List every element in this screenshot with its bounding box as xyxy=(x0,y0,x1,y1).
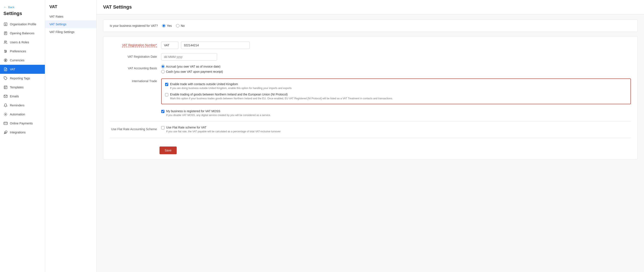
sidebar-item-label: Reminders xyxy=(10,104,24,107)
enable-trade-content: Enable trade with contacts outside Unite… xyxy=(170,82,292,90)
sidebar-item-emails[interactable]: Emails xyxy=(0,92,45,101)
vat-registered-no-option[interactable]: No xyxy=(176,24,184,27)
vat-accounting-basis-controls: Accrual (you owe VAT as of invoice date)… xyxy=(161,65,631,73)
form-divider-2 xyxy=(110,138,631,138)
action-row: Save xyxy=(110,142,631,154)
sidebar-navigation: Organisation Profile Opening Balances Us… xyxy=(0,20,45,137)
flat-rate-option: Use Flat Rate scheme for VAT If you use … xyxy=(161,126,631,133)
sidebar: ← Back Settings Organisation Profile Ope… xyxy=(0,0,45,272)
vat-registered-yes-radio[interactable] xyxy=(162,24,166,27)
sidebar-item-integrations[interactable]: Integrations xyxy=(0,128,45,137)
vat-moss-desc: If you disable VAT MOSS, any digital ser… xyxy=(166,113,271,117)
sidebar-item-label: Currencies xyxy=(10,58,24,62)
vat-icon xyxy=(4,67,8,71)
sidebar-item-templates[interactable]: Templates xyxy=(0,83,45,92)
sidebar-item-label: Emails xyxy=(10,95,19,98)
sidebar-item-automation[interactable]: Automation xyxy=(0,110,45,119)
sidebar-item-label: Reporting Tags xyxy=(10,77,30,80)
sidebar-item-label: VAT xyxy=(10,68,15,71)
vat-reg-number-label-wrap: VAT Registration Number* xyxy=(110,42,157,47)
vat-registered-panel: Is your business registered for VAT? Yes… xyxy=(103,19,638,32)
sidebar-item-users-roles[interactable]: Users & Roles xyxy=(0,38,45,47)
flat-rate-checkbox[interactable] xyxy=(161,126,164,129)
vat-moss-label: My business is registered for VAT MOSS xyxy=(166,109,271,113)
sidebar-item-preferences[interactable]: Preferences xyxy=(0,47,45,56)
sidebar-item-currencies[interactable]: Currencies xyxy=(0,56,45,65)
puzzle-icon xyxy=(4,130,8,134)
vat-number-input[interactable] xyxy=(181,42,250,49)
vat-moss-checkbox[interactable] xyxy=(161,110,164,113)
form-divider xyxy=(110,121,631,121)
sidebar-title: Settings xyxy=(0,10,45,20)
international-trade-label: International Trade xyxy=(132,78,157,83)
sidebar-item-label: Automation xyxy=(10,113,25,116)
page-title: VAT Settings xyxy=(103,4,638,10)
vat-reg-number-label: VAT Registration Number* xyxy=(122,43,157,47)
vat-settings-form: VAT Registration Number* VAT Registratio… xyxy=(103,36,638,160)
enable-ni-protocol-checkbox[interactable] xyxy=(165,93,168,96)
vat-reg-date-input[interactable] xyxy=(161,53,217,60)
sidebar-item-vat[interactable]: VAT xyxy=(0,65,45,74)
enable-ni-protocol-content: Enable trading of goods between Northern… xyxy=(170,93,393,100)
accrual-option[interactable]: Accrual (you owe VAT as of invoice date) xyxy=(161,65,631,68)
flat-rate-checkbox-label: Use Flat Rate scheme for VAT xyxy=(166,126,280,129)
sidebar-item-organisation-profile[interactable]: Organisation Profile xyxy=(0,20,45,29)
mid-nav: VAT VAT Rates VAT Settings VAT Filing Se… xyxy=(45,0,96,272)
action-row-spacer xyxy=(110,147,157,154)
mid-nav-item-vat-rates[interactable]: VAT Rates xyxy=(45,13,96,20)
international-trade-controls: Enable trade with contacts outside Unite… xyxy=(161,78,631,117)
sidebar-item-online-payments[interactable]: Online Payments xyxy=(0,119,45,128)
save-button[interactable]: Save xyxy=(160,147,177,154)
vat-reg-number-row: VAT Registration Number* xyxy=(110,42,631,49)
svg-rect-13 xyxy=(4,86,7,89)
svg-point-7 xyxy=(6,51,7,52)
sidebar-item-reminders[interactable]: Reminders xyxy=(0,101,45,110)
users-icon xyxy=(4,40,8,44)
cash-option[interactable]: Cash (you owe VAT upon payment receipt) xyxy=(161,70,631,73)
vat-reg-date-row: VAT Registration Date xyxy=(110,53,631,60)
international-trade-label-wrap: International Trade xyxy=(110,78,157,83)
template-icon xyxy=(4,85,8,89)
mid-nav-title: VAT xyxy=(45,4,96,13)
cash-radio[interactable] xyxy=(161,70,165,73)
enable-trade-checkbox[interactable] xyxy=(165,83,168,86)
main-header: VAT Settings xyxy=(96,0,644,14)
vat-reg-inputs xyxy=(161,42,631,49)
vat-prefix-input[interactable] xyxy=(161,42,178,49)
vat-registered-no-radio[interactable] xyxy=(176,24,180,27)
enable-trade-label: Enable trade with contacts outside Unite… xyxy=(170,82,292,86)
dollar-icon xyxy=(4,58,8,62)
vat-accounting-basis-row: VAT Accounting Basis Accrual (you owe VA… xyxy=(110,65,631,73)
vat-accounting-basis-label: VAT Accounting Basis xyxy=(128,65,157,70)
sidebar-item-label: Organisation Profile xyxy=(10,22,36,26)
vat-registered-radio-group: Yes No xyxy=(162,24,184,27)
enable-trade-desc: If you are doing business outside United… xyxy=(170,86,292,90)
flat-rate-label: Use Flat Rate Accounting Scheme xyxy=(111,126,157,131)
email-icon xyxy=(4,94,8,98)
vat-reg-date-label-wrap: VAT Registration Date xyxy=(110,53,157,58)
international-trade-box: Enable trade with contacts outside Unite… xyxy=(161,78,631,104)
sidebar-item-opening-balances[interactable]: Opening Balances xyxy=(0,29,45,38)
enable-ni-protocol-label: Enable trading of goods between Northern… xyxy=(170,93,393,96)
calculator-icon xyxy=(4,31,8,35)
back-link[interactable]: ← Back xyxy=(0,3,45,10)
sidebar-item-reporting-tags[interactable]: Reporting Tags xyxy=(0,74,45,83)
svg-point-6 xyxy=(5,50,5,51)
card-icon xyxy=(4,121,8,125)
accrual-radio[interactable] xyxy=(161,65,165,68)
mid-nav-item-vat-settings[interactable]: VAT Settings xyxy=(45,20,96,28)
svg-point-14 xyxy=(5,114,6,115)
sidebar-item-label: Opening Balances xyxy=(10,31,34,35)
flat-rate-desc: If you use flat rate, the VAT payable wi… xyxy=(166,130,280,133)
mid-nav-item-vat-filing-settings[interactable]: VAT Filing Settings xyxy=(45,28,96,36)
sliders-icon xyxy=(4,49,8,53)
flat-rate-row: Use Flat Rate Accounting Scheme Use Flat… xyxy=(110,126,631,133)
sidebar-item-label: Preferences xyxy=(10,49,26,53)
vat-registered-yes-option[interactable]: Yes xyxy=(162,24,172,27)
tag-icon xyxy=(4,76,8,80)
svg-point-8 xyxy=(5,52,6,52)
back-label: Back xyxy=(8,5,14,9)
vat-reg-date-controls xyxy=(161,53,631,60)
building-icon xyxy=(4,22,8,26)
main-content-area: VAT Settings Is your business registered… xyxy=(96,0,644,272)
